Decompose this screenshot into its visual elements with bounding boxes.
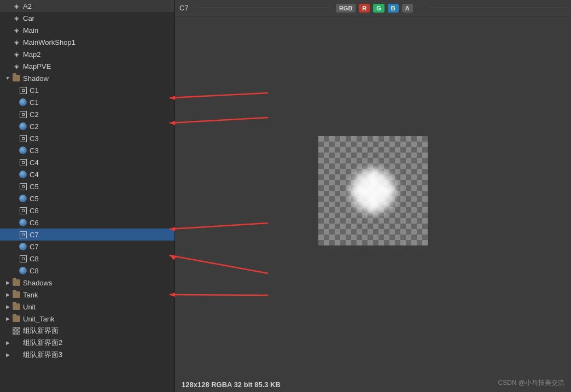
icon-c6-sphere [19, 218, 27, 227]
label-c2-sphere: C2 [30, 122, 174, 131]
tree-arrow-mainworkshop1 [4, 39, 11, 45]
label-c3-mesh: C3 [30, 134, 174, 143]
label-a2: A2 [23, 2, 174, 10]
tree-arrow-c4-sphere [11, 171, 18, 178]
label-c4-mesh: C4 [30, 159, 174, 167]
tree-item-mappve[interactable]: ◈MapPVE [0, 60, 174, 72]
tree-arrow-tank [4, 291, 11, 298]
tree-item-c3-mesh[interactable]: C3 [0, 132, 174, 144]
tree-item-c5-sphere[interactable]: C5 [0, 192, 174, 204]
tree-item-c2-mesh[interactable]: C2 [0, 108, 174, 120]
icon-c4-mesh [19, 158, 27, 167]
icon-c5-sphere [19, 194, 27, 203]
tree-arrow-group-new-ui3 [4, 352, 11, 358]
tree-arrow-a2 [4, 3, 11, 9]
label-c3-sphere: C3 [30, 147, 174, 155]
label-group-new-ui2: 组队新界面2 [23, 338, 174, 348]
icon-car: ◈ [12, 14, 21, 22]
icon-c1-mesh [19, 86, 27, 95]
label-c8-mesh: C8 [30, 255, 174, 263]
tree-arrow-shadows [4, 279, 11, 286]
a-button[interactable]: A [402, 4, 413, 13]
icon-mappve: ◈ [12, 62, 21, 71]
icon-unit [12, 302, 21, 311]
label-mainworkshop1: MainWorkShop1 [23, 38, 174, 46]
icon-c2-mesh [19, 110, 27, 119]
tree-arrow-car [4, 15, 11, 21]
tree-item-a2[interactable]: ◈A2 [0, 0, 174, 12]
texture-image [318, 136, 428, 245]
texture-preview-area [175, 16, 571, 365]
label-shadow-folder: Shadow [23, 74, 174, 83]
label-c6-sphere: C6 [30, 219, 174, 227]
tree-item-unit[interactable]: Unit [0, 301, 174, 313]
label-unit-tank: Unit_Tank [23, 315, 174, 323]
label-c1-sphere: C1 [30, 98, 174, 107]
tree-item-c8-mesh[interactable]: C8 [0, 253, 174, 265]
tree-item-group-new-ui2[interactable]: 组队新界面2 [0, 337, 174, 349]
tree-arrow-mappve [4, 63, 11, 69]
icon-shadow-folder [12, 74, 21, 83]
label-map2: Map2 [23, 50, 174, 58]
label-unit: Unit [23, 303, 174, 311]
tree-item-unit-tank[interactable]: Unit_Tank [0, 313, 174, 325]
tree-arrow-unit [4, 303, 11, 310]
tree-arrow-c4-mesh [11, 159, 18, 166]
label-car: Car [23, 14, 174, 22]
b-button[interactable]: B [388, 4, 399, 13]
tree-item-main[interactable]: ◈Main [0, 24, 174, 36]
tree-item-map2[interactable]: ◈Map2 [0, 48, 174, 60]
tree-item-group-new-ui[interactable]: 组队新界面 [0, 325, 174, 337]
tree-item-group-new-ui3[interactable]: 组队新界面3 [0, 349, 174, 361]
tree-item-c6-mesh[interactable]: C6 [0, 204, 174, 217]
tree-item-c4-sphere[interactable]: C4 [0, 168, 174, 180]
label-c1-mesh: C1 [30, 86, 174, 95]
label-main: Main [23, 26, 174, 34]
icon-tank [12, 290, 21, 299]
separator [196, 8, 333, 8]
tree-item-car[interactable]: ◈Car [0, 12, 174, 24]
filename-label: C7 [179, 4, 189, 12]
tree-arrow-c7-sphere [11, 243, 18, 250]
tree-item-c6-sphere[interactable]: C6 [0, 217, 174, 229]
tree-arrow-c1-mesh [11, 87, 18, 93]
tree-item-shadow-folder[interactable]: Shadow [0, 72, 174, 84]
r-button[interactable]: R [359, 4, 370, 13]
icon-c6-mesh [19, 206, 27, 215]
tree-item-mainworkshop1[interactable]: ◈MainWorkShop1 [0, 36, 174, 48]
tree-item-c7-mesh[interactable]: C7 [0, 229, 174, 241]
tree-item-c2-sphere[interactable]: C2 [0, 120, 174, 132]
tree-arrow-c5-mesh [11, 183, 18, 190]
icon-group-new-ui2 [12, 338, 21, 347]
g-button[interactable]: G [373, 4, 384, 13]
icon-group-new-ui3 [12, 350, 21, 359]
icon-map2: ◈ [12, 50, 21, 58]
left-panel[interactable]: ◈A2◈Car◈Main◈MainWorkShop1◈Map2◈MapPVESh… [0, 0, 175, 392]
tree-item-c7-sphere[interactable]: C7 [0, 241, 174, 253]
tree-arrow-c6-sphere [11, 219, 18, 226]
label-c7-sphere: C7 [30, 243, 174, 251]
rgb-button[interactable]: RGB [336, 4, 356, 13]
tree-item-c1-mesh[interactable]: C1 [0, 84, 174, 96]
label-c8-sphere: C8 [30, 267, 174, 275]
icon-c1-sphere [19, 98, 27, 107]
icon-main: ◈ [12, 26, 21, 34]
icon-c8-sphere [19, 266, 27, 275]
tree-item-tank[interactable]: Tank [0, 289, 174, 301]
tree-arrow-c8-sphere [11, 267, 18, 274]
icon-c3-sphere [19, 146, 27, 155]
tree-item-c3-sphere[interactable]: C3 [0, 144, 174, 156]
tree-item-c1-sphere[interactable]: C1 [0, 96, 174, 108]
tree-item-shadows[interactable]: Shadows [0, 277, 174, 289]
tree-arrow-group-new-ui2 [4, 340, 11, 346]
separator-right [430, 8, 567, 8]
top-bar: C7 RGB R G B A [175, 0, 571, 16]
tree-item-c5-mesh[interactable]: C5 [0, 180, 174, 192]
label-c2-mesh: C2 [30, 110, 174, 119]
icon-mainworkshop1: ◈ [12, 38, 21, 46]
tree-item-c8-sphere[interactable]: C8 [0, 265, 174, 277]
tree-item-c4-mesh[interactable]: C4 [0, 156, 174, 168]
icon-c3-mesh [19, 134, 27, 143]
tree-arrow-c1-sphere [11, 99, 18, 106]
tree-arrow-map2 [4, 51, 11, 57]
